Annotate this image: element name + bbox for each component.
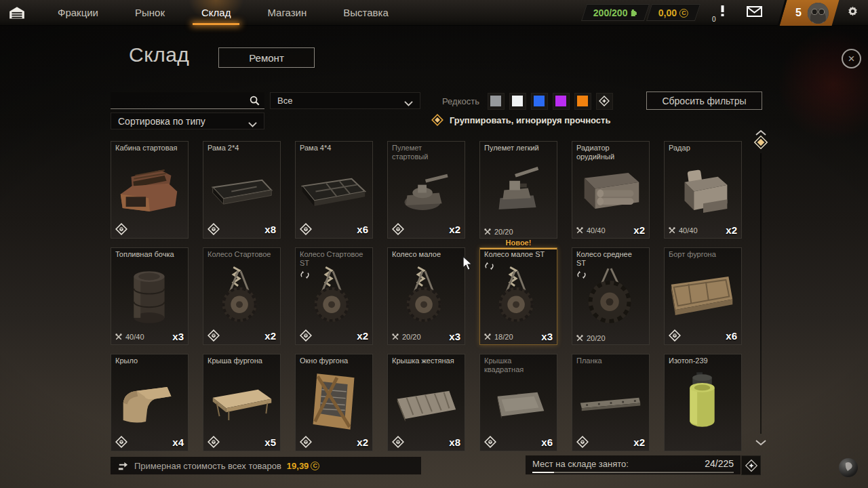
item-card[interactable]: Крышка жестяная x8 <box>387 354 465 451</box>
stack-icon <box>115 435 128 449</box>
item-name: Колесо Стартовое ST <box>300 250 366 268</box>
durability: 40/40 <box>668 226 698 235</box>
main-tabs: Фракции Рынок Склад Магазин Выставка <box>39 0 407 25</box>
group-ignore-durability-toggle[interactable]: Группировать, игнорируя прочность <box>431 114 610 126</box>
item-image <box>572 152 649 228</box>
stack-icon <box>576 435 589 449</box>
avatar[interactable] <box>808 2 829 23</box>
item-card[interactable]: Рама 2*4 x8 <box>203 141 281 239</box>
item-card[interactable]: Пулемет стартовый x2 <box>387 141 465 239</box>
tab-factions[interactable]: Фракции <box>39 0 117 25</box>
item-card[interactable]: Новое! Колесо малое ST 18/20 x3 <box>479 247 557 345</box>
stack-icon <box>299 435 313 449</box>
gear-icon[interactable] <box>841 5 864 20</box>
mail-icon[interactable] <box>739 6 769 20</box>
stack-icon <box>391 222 405 236</box>
rarity-legendary-filter[interactable] <box>574 93 591 110</box>
item-card[interactable]: Колесо малое 20/20 x3 <box>387 247 465 345</box>
wrench-icon <box>115 333 123 341</box>
coins-indicator: 0,00 C <box>646 4 701 21</box>
scroll-down-icon[interactable] <box>755 436 767 443</box>
tab-warehouse[interactable]: Склад <box>183 0 249 25</box>
item-card[interactable]: Окно фургона x2 <box>295 354 373 451</box>
item-image <box>111 365 188 441</box>
item-card[interactable]: Крыша фургона x5 <box>203 354 281 451</box>
tab-shop[interactable]: Магазин <box>249 0 325 25</box>
durability-value: 20/20 <box>402 333 421 341</box>
chevron-down-icon <box>248 119 257 124</box>
item-card[interactable]: Крыло x4 <box>111 354 189 451</box>
durability: 20/20 <box>484 228 513 236</box>
category-dropdown[interactable]: Все <box>270 92 420 109</box>
item-count: x2 <box>726 224 737 236</box>
sort-dropdown[interactable]: Сортировка по типу <box>111 113 264 129</box>
group-diamond-icon <box>431 114 443 126</box>
rarity-special-filter[interactable] <box>531 93 548 110</box>
garage-icon[interactable] <box>8 5 26 20</box>
item-card[interactable]: Радар 40/40 x2 <box>664 141 742 239</box>
item-image <box>203 152 280 228</box>
category-value: Все <box>277 96 292 106</box>
steering-icon <box>484 261 494 271</box>
item-card[interactable]: Кабина стартовая <box>111 141 189 239</box>
repair-tab-button[interactable]: Ремонт <box>218 47 315 68</box>
item-card[interactable]: Борт фургона x6 <box>664 247 742 345</box>
item-card[interactable]: Радиатор орудийный 40/40 x2 <box>572 141 650 239</box>
total-value-bar: Примерная стоимость всех товаров 19,39 C <box>111 457 421 474</box>
item-name: Крыло <box>115 357 182 365</box>
durability-value: 40/40 <box>587 226 606 235</box>
scroll-diamond-icon[interactable] <box>753 135 768 150</box>
item-card[interactable]: Планка x2 <box>572 354 650 451</box>
item-image <box>665 365 741 441</box>
item-name: Крыша фургона <box>208 357 274 365</box>
search-icon <box>249 95 260 106</box>
rarity-relic-filter-icon[interactable] <box>596 93 613 110</box>
storage-value: 24/225 <box>705 458 734 469</box>
close-icon[interactable]: × <box>842 49 861 68</box>
rarity-epic-filter[interactable] <box>553 93 570 110</box>
item-name: Изотоп-239 <box>669 357 735 365</box>
steering-icon <box>576 270 587 280</box>
scrollbar-track[interactable] <box>760 153 762 434</box>
item-name: Колесо Стартовое <box>208 250 274 259</box>
tab-market[interactable]: Рынок <box>117 0 183 25</box>
stack-icon <box>299 222 313 236</box>
item-image <box>388 152 465 228</box>
item-card[interactable]: Пулемет легкий 20/20 <box>479 141 557 239</box>
fuel-icon <box>631 9 637 17</box>
item-card[interactable]: Рама 4*4 x6 <box>295 141 373 239</box>
item-count: x3 <box>172 331 184 342</box>
item-image <box>296 365 372 441</box>
new-item-badge: Новое! <box>480 239 557 247</box>
storage-capacity-bar: Мест на складе занято: 24/225 <box>526 455 741 474</box>
faction-emblem <box>776 27 868 142</box>
sort-value: Сортировка по типу <box>118 116 205 127</box>
wrench-icon <box>484 228 492 236</box>
page-title: Склад <box>129 43 189 66</box>
coin-icon: C <box>679 8 688 17</box>
item-count: x2 <box>264 330 276 342</box>
rarity-rare-filter[interactable] <box>509 93 526 110</box>
item-card[interactable]: Крышка квадратная x6 <box>479 354 557 451</box>
item-name: Борт фургона <box>669 250 735 259</box>
item-card[interactable]: Изотоп-239 <box>664 354 742 451</box>
tab-exhibition[interactable]: Выставка <box>325 0 407 25</box>
item-card[interactable]: Колесо Стартовое x2 <box>203 247 281 345</box>
notification-icon[interactable]: 0 <box>709 5 735 20</box>
search-field[interactable] <box>111 92 264 109</box>
search-input[interactable] <box>111 96 249 106</box>
item-grid: Кабина стартовая <box>111 141 742 451</box>
scroll-up-icon[interactable] <box>755 127 767 134</box>
storage-expand-icon[interactable] <box>741 455 761 475</box>
exchange-icon <box>117 461 129 470</box>
item-card[interactable]: Топливная бочка 40/40 x3 <box>111 247 189 345</box>
item-card[interactable]: Колесо Стартовое ST x2 <box>295 247 373 345</box>
player-level-block[interactable]: 5 <box>778 0 840 26</box>
reset-filters-button[interactable]: Сбросить фильтры <box>646 92 762 110</box>
item-image <box>203 365 280 441</box>
wrench-icon <box>576 226 584 235</box>
item-card[interactable]: Колесо среднее ST 20/20 <box>572 247 650 345</box>
item-name: Радар <box>669 144 735 152</box>
rarity-common-filter[interactable] <box>488 93 505 110</box>
group-toggle-label: Группировать, игнорируя прочность <box>450 115 610 125</box>
